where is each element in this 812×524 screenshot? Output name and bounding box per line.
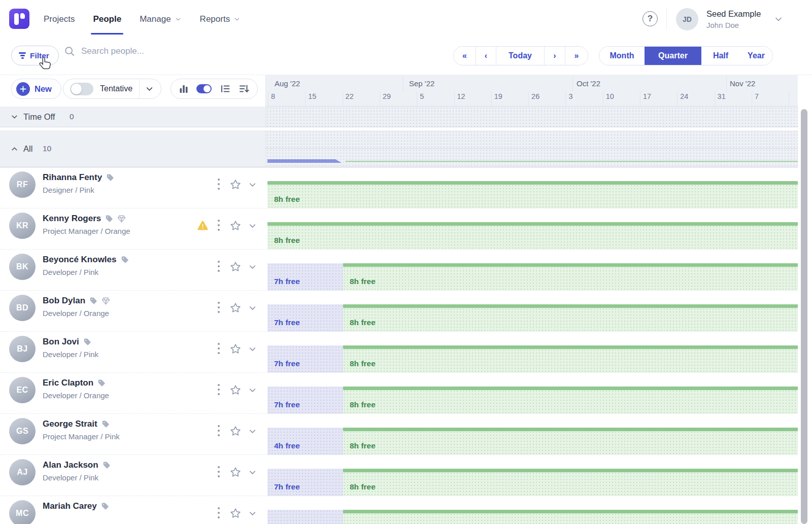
list-view-icon[interactable]: [220, 83, 231, 94]
avatar-initials: BK: [16, 262, 28, 271]
partial-free-bar[interactable]: 7h free: [267, 304, 343, 332]
pager-next-button[interactable]: ›: [545, 47, 565, 65]
avatar[interactable]: KR: [9, 213, 36, 239]
week-date-label: 24: [680, 92, 688, 100]
month-label: Nov '22: [730, 79, 755, 88]
person-name[interactable]: Eric Clapton: [43, 378, 93, 388]
star-icon[interactable]: [229, 302, 242, 314]
star-icon[interactable]: [229, 343, 242, 355]
expand-chevron-icon[interactable]: [248, 303, 257, 313]
pager-first-button[interactable]: «: [454, 47, 476, 65]
account-avatar[interactable]: JD: [676, 8, 698, 30]
runn-logo[interactable]: [9, 9, 29, 29]
star-icon[interactable]: [229, 220, 242, 232]
sort-icon[interactable]: [239, 83, 250, 94]
tentative-menu-chevron-icon[interactable]: [145, 84, 154, 94]
partial-free-bar[interactable]: 4h free: [267, 428, 343, 455]
mini-toggle-icon[interactable]: [196, 84, 212, 93]
expand-chevron-icon[interactable]: [248, 509, 257, 518]
nav-item-reports[interactable]: Reports: [200, 14, 241, 24]
help-icon[interactable]: ?: [642, 11, 658, 26]
view-month-button[interactable]: Month: [599, 47, 645, 65]
view-half-button[interactable]: Half: [701, 47, 740, 65]
partial-free-bar[interactable]: 7h free: [267, 469, 343, 496]
free-capacity-bar[interactable]: 8h free: [267, 222, 798, 250]
chart-view-icon[interactable]: [179, 84, 189, 94]
view-year-button[interactable]: Year: [740, 47, 772, 65]
avatar[interactable]: RF: [9, 171, 36, 198]
view-quarter-button[interactable]: Quarter: [645, 47, 701, 65]
partial-free-bar[interactable]: [267, 510, 343, 524]
expand-chevron-icon[interactable]: [248, 180, 257, 190]
group-row-all[interactable]: All 10: [0, 130, 798, 167]
person-name[interactable]: Alan Jackson: [43, 460, 98, 470]
tentative-toggle[interactable]: [70, 83, 93, 95]
collapse-chevron-down-icon[interactable]: [10, 113, 19, 121]
free-capacity-bar[interactable]: 8h free: [343, 428, 798, 455]
star-icon[interactable]: [229, 425, 242, 437]
group-title[interactable]: All: [23, 144, 32, 154]
free-capacity-bar[interactable]: 8h free: [343, 469, 798, 496]
avatar[interactable]: BJ: [9, 336, 36, 362]
expand-chevron-icon[interactable]: [248, 468, 257, 477]
expand-chevron-icon[interactable]: [248, 344, 257, 354]
person-name[interactable]: Bon Jovi: [43, 337, 79, 347]
kebab-menu-icon[interactable]: [216, 220, 222, 231]
vertical-scrollbar[interactable]: [801, 109, 807, 524]
free-capacity-bar[interactable]: 8h free: [343, 345, 798, 373]
partial-free-bar[interactable]: 7h free: [267, 345, 343, 373]
free-capacity-bar[interactable]: 8h free: [267, 181, 798, 208]
kebab-menu-icon[interactable]: [216, 179, 222, 190]
free-capacity-bar[interactable]: [343, 510, 798, 524]
person-name[interactable]: Mariah Carey: [43, 501, 97, 511]
pager-prev-button[interactable]: ‹: [476, 47, 496, 65]
kebab-menu-icon[interactable]: [216, 425, 222, 436]
collapse-chevron-up-icon[interactable]: [10, 145, 19, 153]
pager-today-button[interactable]: Today: [496, 47, 545, 65]
free-capacity-bar[interactable]: 8h free: [343, 263, 798, 291]
avatar[interactable]: AJ: [9, 459, 36, 485]
person-name[interactable]: Rihanna Fenty: [43, 172, 102, 183]
new-button[interactable]: New: [11, 79, 61, 99]
expand-chevron-icon[interactable]: [248, 262, 257, 272]
star-icon[interactable]: [229, 384, 242, 396]
pager-last-button[interactable]: »: [565, 47, 588, 65]
nav-item-projects[interactable]: Projects: [44, 14, 75, 24]
kebab-menu-icon[interactable]: [216, 507, 222, 518]
avatar[interactable]: EC: [9, 377, 36, 403]
person-name[interactable]: Beyoncé Knowles: [43, 255, 117, 265]
person-name[interactable]: Bob Dylan: [43, 296, 85, 306]
week-date-label: 3: [568, 92, 572, 100]
star-icon[interactable]: [229, 507, 242, 519]
avatar[interactable]: GS: [9, 418, 36, 444]
person-name[interactable]: Kenny Rogers: [43, 214, 101, 224]
person-role: Developer / Pink: [43, 268, 98, 276]
kebab-menu-icon[interactable]: [216, 302, 222, 313]
kebab-menu-icon[interactable]: [216, 466, 222, 477]
kebab-menu-icon[interactable]: [216, 343, 222, 354]
group-row-time-off[interactable]: Time Off 0: [0, 107, 798, 127]
expand-chevron-icon[interactable]: [248, 221, 257, 231]
nav-item-manage[interactable]: Manage: [140, 14, 181, 24]
star-icon[interactable]: [229, 261, 242, 273]
star-icon[interactable]: [229, 466, 242, 478]
group-title[interactable]: Time Off: [23, 112, 55, 122]
avatar[interactable]: BD: [9, 295, 36, 321]
account-menu-chevron-icon[interactable]: [773, 14, 784, 24]
free-capacity-bar[interactable]: 8h free: [343, 304, 798, 332]
kebab-menu-icon[interactable]: [216, 384, 222, 395]
person-name[interactable]: George Strait: [43, 419, 97, 429]
warning-icon[interactable]: [197, 220, 209, 231]
partial-free-bar[interactable]: 7h free: [267, 387, 343, 414]
nav-item-people[interactable]: People: [93, 14, 121, 24]
star-icon[interactable]: [229, 179, 242, 191]
partial-free-bar[interactable]: 7h free: [267, 263, 343, 291]
expand-chevron-icon[interactable]: [248, 386, 257, 395]
filter-button[interactable]: Filter: [11, 46, 59, 65]
kebab-menu-icon[interactable]: [216, 261, 222, 272]
avatar[interactable]: MC: [9, 500, 36, 524]
free-capacity-bar[interactable]: 8h free: [343, 387, 798, 414]
search-input[interactable]: [81, 46, 233, 56]
avatar[interactable]: BK: [9, 254, 36, 280]
expand-chevron-icon[interactable]: [248, 427, 257, 436]
